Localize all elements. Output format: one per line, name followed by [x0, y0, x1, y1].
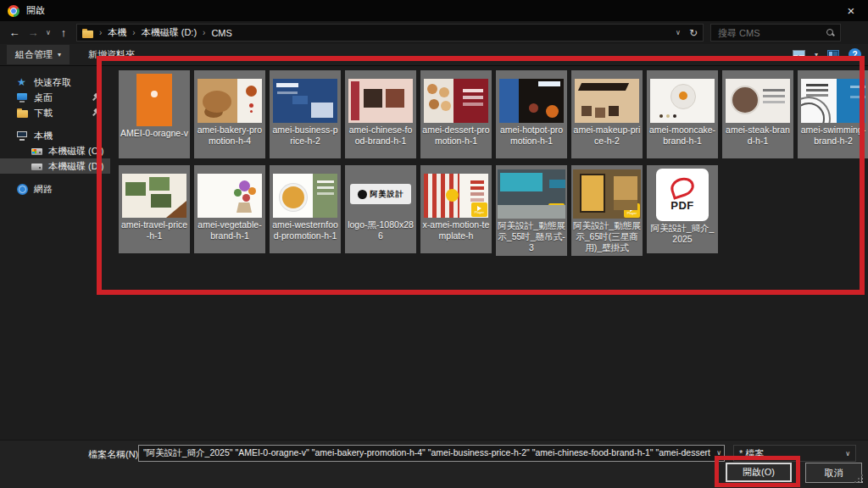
close-icon[interactable]: × — [842, 3, 860, 18]
file-thumbnail: PDF — [656, 169, 709, 221]
organize-button[interactable]: 組合管理 ▾ — [7, 45, 70, 64]
file-thumbnail — [575, 79, 639, 123]
search-box[interactable] — [710, 24, 841, 42]
new-folder-button[interactable]: 新增資料夾 — [83, 45, 140, 64]
file-item[interactable]: Player阿美設計_動態展示_55吋_懸吊式-3 — [496, 165, 567, 256]
sidebar-item-network[interactable]: 網路 — [0, 181, 110, 197]
sidebar-item-disk-d[interactable]: 本機磁碟 (D:) — [0, 158, 110, 174]
file-item[interactable]: Playerx-amei-motion-template-h — [420, 165, 492, 253]
file-item[interactable]: amei-steak-brand-h-1 — [722, 70, 793, 158]
file-thumbnail — [198, 174, 262, 218]
file-thumbnail — [801, 79, 865, 123]
desktop-icon — [17, 92, 28, 103]
file-name: logo-黑-1080x286 — [345, 219, 416, 244]
sidebar-item-this-pc[interactable]: 本機 — [0, 128, 110, 143]
file-thumbnail: Player — [424, 174, 488, 218]
breadcrumb-item[interactable]: CMS — [211, 28, 231, 38]
filename-combobox: ∨ — [138, 445, 725, 462]
navigation-bar: ← → ∨ ↑ 本機 本機磁碟 (D:) CMS ∨ ↻ — [0, 21, 868, 44]
cancel-button[interactable]: 取消 — [805, 463, 862, 483]
command-toolbar: 組合管理 ▾ 新增資料夾 ▾ — [0, 44, 868, 66]
up-button[interactable]: ↑ — [54, 26, 73, 39]
file-thumbnail — [273, 174, 337, 218]
sidebar-item-downloads[interactable]: 下載 — [0, 105, 110, 120]
file-item[interactable]: amei-travel-price-h-1 — [119, 165, 190, 253]
refresh-icon[interactable]: ↻ — [689, 27, 698, 39]
file-thumbnail — [499, 79, 564, 123]
view-options-chevron-icon[interactable]: ▾ — [815, 51, 818, 58]
search-input[interactable] — [716, 27, 826, 39]
breadcrumb-separator — [99, 28, 102, 37]
file-thumbnail — [122, 174, 186, 218]
file-item[interactable]: amei-swimming-brand-h-2 — [798, 70, 868, 158]
forward-button[interactable]: → — [24, 26, 42, 39]
folder-icon — [82, 28, 93, 39]
title-bar: 開啟 × — [0, 0, 868, 21]
details-pane-icon[interactable] — [827, 50, 839, 60]
player-badge-icon: Player — [624, 203, 640, 218]
sidebar-item-quick-access[interactable]: 快速存取 — [0, 75, 110, 90]
thumbnail-view-icon[interactable] — [793, 50, 805, 60]
file-type-filter[interactable]: * 檔案 ∨ — [733, 445, 856, 462]
file-item[interactable]: amei-makeup-price-h-2 — [571, 70, 643, 158]
file-item[interactable]: PDF阿美設計_簡介_2025 — [647, 165, 718, 253]
file-grid-row-2: amei-travel-price-h-1amei-vegetable-bran… — [119, 165, 718, 256]
address-dropdown-icon[interactable]: ∨ — [676, 29, 681, 36]
breadcrumb-separator — [132, 28, 135, 37]
file-item[interactable]: amei-bakery-promotion-h-4 — [194, 70, 265, 158]
player-badge-icon: Player — [471, 202, 487, 217]
file-item[interactable]: amei-mooncake-brand-h-1 — [647, 70, 718, 158]
resize-grip[interactable] — [861, 481, 863, 483]
search-icon — [826, 28, 835, 37]
file-name: amei-westernfood-promotion-h-1 — [270, 219, 341, 244]
file-item[interactable]: amei-business-price-h-2 — [270, 70, 341, 158]
file-name: amei-travel-price-h-1 — [119, 219, 190, 244]
window-title: 開啟 — [26, 4, 45, 17]
thumbnail-text: 阿美設計 — [370, 189, 404, 200]
pin-icon — [92, 93, 100, 102]
file-name: amei-hotpot-promotion-h-1 — [496, 124, 567, 149]
file-item[interactable]: AMEI-0-oragne-v — [119, 70, 190, 158]
file-item[interactable]: amei-westernfood-promotion-h-1 — [270, 165, 341, 253]
downloads-folder-icon — [17, 108, 28, 119]
file-item[interactable]: amei-dessert-promotion-h-1 — [420, 70, 492, 158]
file-name: amei-swimming-brand-h-2 — [798, 124, 868, 149]
open-button[interactable]: 開啟(O) — [726, 463, 792, 482]
filename-dropdown-icon[interactable]: ∨ — [716, 449, 721, 457]
disk-c-icon — [31, 146, 42, 157]
file-item[interactable]: 阿美設計logo-黑-1080x286 — [345, 165, 416, 253]
file-item[interactable]: amei-chinese-food-brand-h-1 — [345, 70, 416, 158]
file-name: 阿美設計_動態展示_65吋(三星商用)_壁掛式 — [571, 219, 643, 256]
file-item[interactable]: amei-hotpot-promotion-h-1 — [496, 70, 567, 158]
player-badge-icon: Player — [548, 203, 565, 218]
chevron-down-icon: ▾ — [58, 51, 61, 58]
disk-d-icon — [31, 161, 42, 172]
filename-input[interactable] — [138, 445, 725, 462]
thumbnail-text: PDF — [670, 199, 694, 212]
file-thumbnail — [650, 79, 715, 123]
filename-label: 檔案名稱(N): — [88, 448, 141, 461]
file-item[interactable]: Player阿美設計_動態展示_65吋(三星商用)_壁掛式 — [571, 165, 643, 256]
sidebar-item-desktop[interactable]: 桌面 — [0, 90, 110, 105]
file-thumbnail — [273, 79, 337, 123]
breadcrumb-item[interactable]: 本機磁碟 (D:) — [142, 26, 197, 39]
file-thumbnail — [136, 74, 172, 126]
help-icon[interactable] — [849, 48, 861, 61]
back-button[interactable]: ← — [5, 26, 24, 39]
file-thumbnail — [348, 79, 413, 123]
sidebar-item-disk-c[interactable]: 本機磁碟 (C:) — [0, 143, 110, 158]
file-name: amei-bakery-promotion-h-4 — [194, 124, 265, 149]
file-name: amei-dessert-promotion-h-1 — [420, 124, 492, 149]
computer-icon — [17, 130, 28, 141]
address-bar[interactable]: 本機 本機磁碟 (D:) CMS ∨ ↻ — [76, 24, 704, 42]
file-thumbnail: Player — [573, 169, 641, 219]
file-name: amei-business-price-h-2 — [270, 124, 341, 149]
file-name: 阿美設計_簡介_2025 — [647, 222, 718, 247]
file-item[interactable]: amei-vegetable-brand-h-1 — [194, 165, 265, 253]
history-chevron-icon[interactable]: ∨ — [42, 29, 54, 36]
open-file-dialog: 開啟 × ← → ∨ ↑ 本機 本機磁碟 (D:) CMS ∨ ↻ 組合管理 — [0, 0, 868, 488]
breadcrumb-item[interactable]: 本機 — [108, 26, 126, 39]
file-name: AMEI-0-oragne-v — [119, 127, 190, 141]
navigation-sidebar: 快速存取 桌面 下載 本機 本機磁碟 (C:) 本機磁碟 (D:) 網路 — [0, 66, 110, 439]
file-thumbnail — [424, 79, 488, 123]
